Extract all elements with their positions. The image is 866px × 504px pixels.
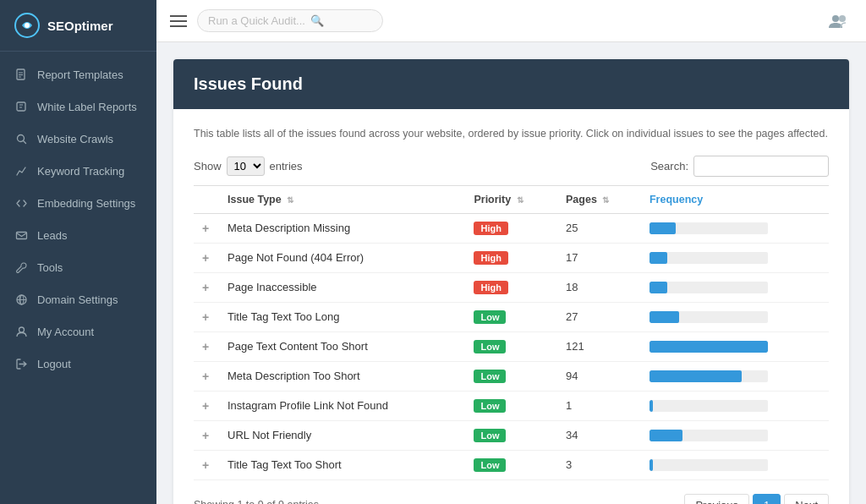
expand-icon: + [202,251,209,265]
issue-type-cell: Instagram Profile Link Not Found [219,391,465,420]
expand-cell[interactable]: + [194,243,219,272]
expand-col-header [194,185,219,213]
expand-cell[interactable]: + [194,420,219,450]
pages-cell: 94 [557,361,641,391]
svg-point-8 [19,327,24,332]
sidebar-item-website-crawls[interactable]: Website Crawls [0,123,156,155]
expand-cell[interactable]: + [194,272,219,302]
sidebar-item-domain-settings[interactable]: Domain Settings [0,283,156,315]
svg-rect-5 [16,232,26,238]
mail-icon [14,227,29,243]
sidebar-item-report-templates[interactable]: Report Templates [0,58,156,90]
pages-col-header[interactable]: Pages ⇅ [557,185,641,213]
expand-icon: + [202,281,209,294]
expand-cell[interactable]: + [194,331,219,361]
chart-icon [14,163,29,178]
table-row[interactable]: + Page Not Found (404 Error) High 17 [194,243,829,272]
sidebar-item-tools[interactable]: Tools [0,251,156,283]
frequency-cell [641,361,829,391]
hamburger-line [170,20,187,22]
table-search-input[interactable] [693,156,829,177]
sidebar-nav: Report Templates White Label Reports Web… [0,52,156,504]
priority-badge: Low [474,340,506,353]
entries-label: entries [270,160,303,173]
tools-icon [14,260,29,275]
sidebar-item-my-account[interactable]: My Account [0,315,156,348]
issue-type-cell: Meta Description Too Short [219,361,465,391]
topbar: Run a Quick Audit... 🔍 [156,0,866,42]
frequency-bar [650,311,679,323]
table-row[interactable]: + Title Tag Text Too Short Low 3 [194,450,829,479]
priority-cell: Low [465,391,557,420]
sidebar-item-leads[interactable]: Leads [0,219,156,251]
table-row[interactable]: + Meta Description Missing High 25 [194,213,829,243]
sidebar-item-keyword-tracking[interactable]: Keyword Tracking [0,155,156,187]
frequency-bar-container [650,341,768,353]
frequency-bar [650,222,676,234]
search-icon: 🔍 [310,14,324,27]
sidebar-item-logout[interactable]: Logout [0,348,156,380]
table-row[interactable]: + URL Not Friendly Low 34 [194,420,829,450]
table-row[interactable]: + Meta Description Too Short Low 94 [194,361,829,391]
svg-point-1 [25,23,30,28]
frequency-bar-container [650,311,768,323]
expand-cell[interactable]: + [194,213,219,243]
sidebar-label-tools: Tools [37,261,63,274]
page-title: Issues Found [194,74,829,94]
hamburger-line [170,15,187,17]
main-area: Run a Quick Audit... 🔍 Issues Found This… [156,0,866,504]
table-row[interactable]: + Page Inaccessible High 18 [194,272,829,302]
sidebar-item-white-label-reports[interactable]: White Label Reports [0,90,156,123]
entries-select[interactable]: 10 25 50 [227,156,265,176]
table-row[interactable]: + Page Text Content Too Short Low 121 [194,331,829,361]
priority-col-header[interactable]: Priority ⇅ [465,185,557,213]
expand-cell[interactable]: + [194,391,219,420]
frequency-cell [641,331,829,361]
expand-cell[interactable]: + [194,302,219,331]
frequency-bar-container [650,459,768,471]
frequency-cell [641,391,829,420]
frequency-bar-container [650,252,768,264]
sort-icon-pages: ⇅ [602,195,609,205]
expand-icon: + [202,399,209,413]
table-row[interactable]: + Title Tag Text Too Long Low 27 [194,302,829,331]
sidebar-label-leads: Leads [37,229,67,242]
pagination: Previous 1 Next [684,494,829,504]
frequency-bar [650,370,742,382]
sidebar-item-embedding-settings[interactable]: Embedding Settings [0,187,156,219]
pages-cell: 25 [557,213,641,243]
frequency-bar-container [650,222,768,234]
expand-cell[interactable]: + [194,361,219,391]
frequency-col-header[interactable]: Frequency [641,185,829,213]
frequency-bar [650,430,682,441]
user-avatar-button[interactable] [825,8,852,35]
table-row[interactable]: + Instagram Profile Link Not Found Low 1 [194,391,829,420]
expand-icon: + [202,340,209,353]
hamburger-menu[interactable] [170,15,187,27]
sidebar-label-domain-settings: Domain Settings [37,293,118,306]
frequency-bar [650,459,653,471]
priority-cell: Low [465,450,557,479]
table-header-row: Issue Type ⇅ Priority ⇅ Pages ⇅ [194,185,829,213]
next-button[interactable]: Next [784,494,829,504]
frequency-bar [650,341,768,353]
sidebar-label-white-label-reports: White Label Reports [37,101,137,113]
expand-icon: + [202,429,209,442]
issue-type-col-header[interactable]: Issue Type ⇅ [219,185,465,213]
previous-button[interactable]: Previous [684,494,749,504]
priority-badge: Low [474,458,506,472]
users-icon [827,13,851,30]
topbar-right [825,8,852,35]
quick-audit-search[interactable]: Run a Quick Audit... 🔍 [197,9,383,32]
pages-cell: 34 [557,420,641,450]
pages-cell: 1 [557,391,641,420]
pages-cell: 27 [557,302,641,331]
frequency-cell [641,450,829,479]
priority-cell: High [465,213,557,243]
issue-type-cell: Title Tag Text Too Short [219,450,465,479]
frequency-bar [650,400,653,412]
priority-cell: High [465,272,557,302]
page-1-button[interactable]: 1 [753,494,781,504]
expand-cell[interactable]: + [194,450,219,479]
table-search-control: Search: [650,156,829,177]
